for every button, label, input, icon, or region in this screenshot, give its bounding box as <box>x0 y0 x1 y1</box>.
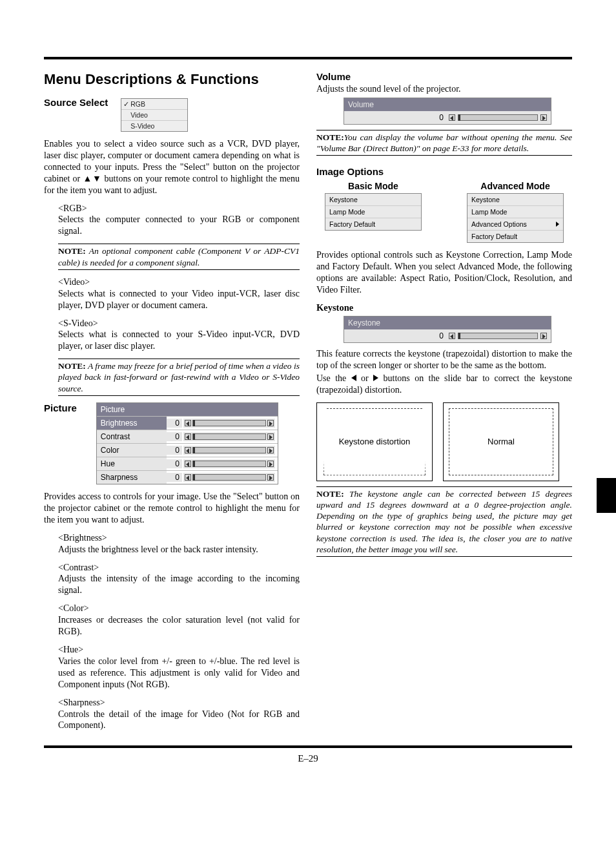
volume-value: 0 <box>348 113 446 122</box>
triangle-left-icon[interactable] <box>185 447 191 453</box>
rgb-text: Selects the computer connected to your R… <box>58 214 300 237</box>
triangle-left-icon[interactable] <box>185 474 191 481</box>
chevron-right-icon <box>556 222 559 227</box>
volume-note: NOTE:You can display the volume bar with… <box>316 130 572 156</box>
picture-title: Picture <box>44 402 96 413</box>
basic-item-keystone[interactable]: Keystone <box>325 194 421 206</box>
picture-row-color[interactable]: Color 0 <box>97 443 278 457</box>
source-select-block: Source Select ✓RGB Video S-Video <box>44 97 300 132</box>
triangle-right-icon[interactable] <box>267 433 274 440</box>
rgb-head: <RGB> <box>58 203 300 214</box>
basic-mode-label: Basic Mode <box>325 181 422 191</box>
brightness-head: <Brightness> <box>58 532 300 544</box>
left-column: Menu Descriptions & Functions Source Sel… <box>44 71 300 738</box>
triangle-right-icon[interactable] <box>540 114 547 121</box>
check-icon: ✓ <box>123 100 129 108</box>
image-options-desc: Provides optional controls such as Keyst… <box>316 249 572 296</box>
keystone-value: 0 <box>348 331 446 340</box>
triangle-left-icon[interactable] <box>449 333 455 339</box>
keystone-note: NOTE: The keystone angle can be correcte… <box>316 486 572 557</box>
triangle-right-icon[interactable] <box>540 333 547 339</box>
color-text: Increases or decreases the color saturat… <box>58 614 300 638</box>
heading-main: Menu Descriptions & Functions <box>44 71 300 88</box>
source-select-menu: ✓RGB Video S-Video <box>121 98 188 132</box>
page-edge-tab <box>597 478 616 513</box>
page: Menu Descriptions & Functions Source Sel… <box>0 0 616 790</box>
hue-head: <Hue> <box>58 644 300 656</box>
triangle-left-icon[interactable] <box>185 420 191 426</box>
triangle-right-icon[interactable] <box>267 474 274 481</box>
triangle-left-icon[interactable] <box>185 433 191 440</box>
svideo-note: NOTE: A frame may freeze for a brief per… <box>58 359 300 396</box>
picture-desc: Provides access to controls for your ima… <box>44 491 300 526</box>
source-select-desc: Enables you to select a video source suc… <box>44 138 300 196</box>
volume-panel-title: Volume <box>344 98 551 111</box>
keystone-panel-title: Keystone <box>344 317 551 329</box>
hue-text: Varies the color level from +/- green to… <box>58 656 300 691</box>
picture-block: Picture Picture Brightness 0 Contrast 0 <box>44 402 300 484</box>
keystone-p1: This feature corrects the keystone (trap… <box>316 348 572 371</box>
picture-menu: Picture Brightness 0 Contrast 0 Color 0 <box>96 402 278 484</box>
basic-item-factory[interactable]: Factory Default <box>325 218 421 230</box>
keystone-p2: Use the or buttons on the slide bar to c… <box>316 373 572 396</box>
sharpness-text: Controls the detail of the image for Vid… <box>58 709 300 732</box>
triangle-left-icon <box>351 375 356 381</box>
rgb-note: NOTE: An optional component cable (Compo… <box>58 244 300 270</box>
triangle-left-icon[interactable] <box>449 114 455 121</box>
top-rule <box>44 57 572 59</box>
picture-row-brightness[interactable]: Brightness 0 <box>97 416 278 430</box>
triangle-right-icon[interactable] <box>267 447 274 453</box>
picture-row-hue[interactable]: Hue 0 <box>97 457 278 470</box>
right-column: Volume Adjusts the sound level of the pr… <box>316 71 572 738</box>
keystone-title: Keystone <box>316 302 572 313</box>
video-head: <Video> <box>58 276 300 288</box>
triangle-right-icon <box>373 375 378 381</box>
menu-item-svideo[interactable]: S-Video <box>121 121 187 131</box>
svideo-text: Selects what is connected to your S-Vide… <box>58 329 300 352</box>
advanced-mode-menu: Keystone Lamp Mode Advanced Options Fact… <box>467 193 564 243</box>
advanced-mode-label: Advanced Mode <box>467 181 564 191</box>
contrast-text: Adjusts the intensity of the image accor… <box>58 573 300 596</box>
picture-row-contrast[interactable]: Contrast 0 <box>97 430 278 443</box>
image-options-modes: Basic Mode Keystone Lamp Mode Factory De… <box>316 181 572 243</box>
contrast-head: <Contrast> <box>58 562 300 574</box>
menu-item-video[interactable]: Video <box>121 110 187 121</box>
bottom-rule <box>44 745 572 748</box>
keystone-figures: Keystone distortion Normal <box>316 402 572 481</box>
volume-title: Volume <box>316 71 572 82</box>
picture-menu-header: Picture <box>97 403 278 416</box>
video-text: Selects what is connected to your Video … <box>58 288 300 311</box>
page-number: E–29 <box>44 753 572 764</box>
image-options-title: Image Options <box>316 166 572 177</box>
volume-desc: Adjusts the sound level of the projector… <box>316 83 572 95</box>
adv-item-keystone[interactable]: Keystone <box>467 194 563 206</box>
triangle-right-icon[interactable] <box>267 461 274 467</box>
svideo-head: <S-Video> <box>58 318 300 329</box>
color-head: <Color> <box>58 603 300 614</box>
adv-item-advopt[interactable]: Advanced Options <box>467 218 563 231</box>
figure-normal: Normal <box>443 402 559 481</box>
volume-panel: Volume 0 <box>344 98 551 125</box>
brightness-text: Adjusts the brightness level or the back… <box>58 544 300 556</box>
source-select-title: Source Select <box>44 97 121 108</box>
triangle-left-icon[interactable] <box>185 461 191 467</box>
figure-distortion: Keystone distortion <box>316 402 433 481</box>
menu-item-rgb[interactable]: ✓RGB <box>121 99 187 110</box>
basic-item-lamp[interactable]: Lamp Mode <box>325 206 421 218</box>
adv-item-lamp[interactable]: Lamp Mode <box>467 206 563 218</box>
basic-mode-menu: Keystone Lamp Mode Factory Default <box>325 193 422 231</box>
picture-row-sharpness[interactable]: Sharpness 0 <box>97 470 278 484</box>
sharpness-head: <Sharpness> <box>58 697 300 709</box>
keystone-panel: Keystone 0 <box>344 316 551 343</box>
triangle-right-icon[interactable] <box>267 420 274 426</box>
adv-item-factory[interactable]: Factory Default <box>467 231 563 242</box>
